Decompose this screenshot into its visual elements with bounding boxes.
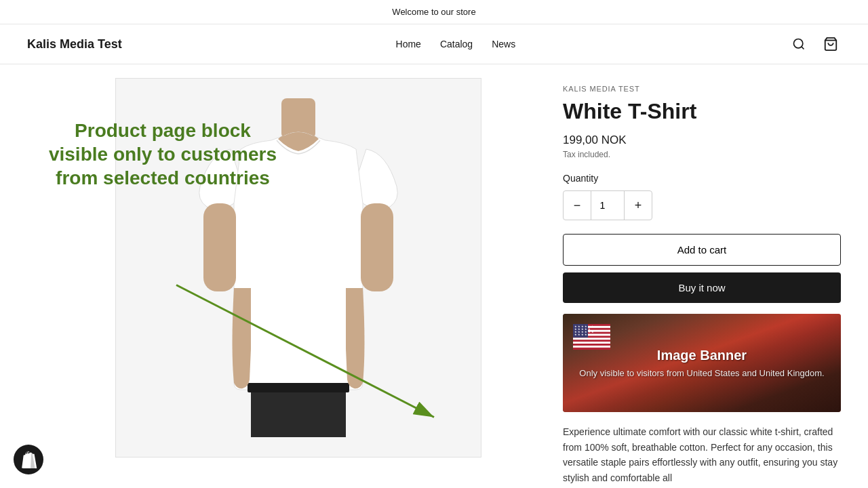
site-logo[interactable]: Kalis Media Test <box>27 37 122 52</box>
product-info-panel: KALIS MEDIA TEST White T-Shirt 199,00 NO… <box>542 78 841 485</box>
header-actions <box>789 34 841 54</box>
svg-line-1 <box>802 47 804 49</box>
product-title: White T-Shirt <box>563 98 841 124</box>
search-icon <box>792 37 806 51</box>
product-page: Product page block visible only to custo… <box>0 64 868 488</box>
us-flag-icon: ★ ★ ★ ★ ★ ★ ★ ★ ★ ★ ★ ★ ★ ★ ★ ★ ★ ★ ★ ★ … <box>573 324 610 350</box>
svg-rect-6 <box>251 388 346 437</box>
product-gallery: Product page block visible only to custo… <box>27 78 542 485</box>
cart-icon <box>823 37 838 52</box>
search-button[interactable] <box>789 35 808 54</box>
svg-rect-7 <box>248 383 349 392</box>
top-announcement-banner: Welcome to our store <box>0 0 868 24</box>
banner-title: Image Banner <box>579 348 824 363</box>
nav-catalog[interactable]: Catalog <box>440 39 473 49</box>
quantity-increase-button[interactable]: + <box>625 191 652 220</box>
product-price: 199,00 NOK <box>563 134 841 147</box>
quantity-input[interactable] <box>591 191 625 220</box>
quantity-decrease-button[interactable]: − <box>564 191 591 220</box>
quantity-control: − + <box>563 190 652 220</box>
quantity-label: Quantity <box>563 173 841 184</box>
svg-text:★ ★ ★ ★ ★: ★ ★ ★ ★ ★ <box>574 333 591 336</box>
shopify-icon <box>20 451 37 468</box>
svg-rect-9 <box>361 203 393 291</box>
buy-it-now-button[interactable]: Buy it now <box>563 272 841 303</box>
site-header: Kalis Media Test Home Catalog News <box>0 24 868 64</box>
svg-rect-8 <box>203 203 236 291</box>
announcement-text: Welcome to our store <box>392 7 475 17</box>
nav-news[interactable]: News <box>492 39 515 49</box>
product-description: Experience ultimate comfort with our cla… <box>563 424 841 485</box>
svg-rect-14 <box>573 338 610 340</box>
tax-note: Tax included. <box>563 150 841 159</box>
svg-point-0 <box>793 39 802 48</box>
geo-overlay-text: Product page block visible only to custo… <box>27 119 298 190</box>
shopify-badge[interactable] <box>14 445 43 474</box>
svg-rect-15 <box>573 342 610 344</box>
nav-home[interactable]: Home <box>396 39 421 49</box>
cart-button[interactable] <box>821 34 841 54</box>
banner-subtitle: Only visible to visitors from United Sta… <box>579 368 824 378</box>
product-vendor: KALIS MEDIA TEST <box>563 85 841 93</box>
main-nav: Home Catalog News <box>396 39 516 49</box>
image-banner: ★ ★ ★ ★ ★ ★ ★ ★ ★ ★ ★ ★ ★ ★ ★ ★ ★ ★ ★ ★ … <box>563 314 841 412</box>
add-to-cart-button[interactable]: Add to cart <box>563 234 841 266</box>
banner-text: Image Banner Only visible to visitors fr… <box>579 348 824 378</box>
